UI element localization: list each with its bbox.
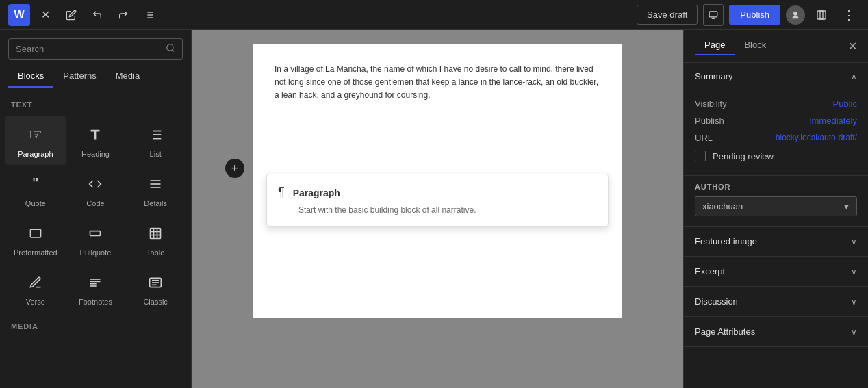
featured-image-title: Featured image: [695, 236, 757, 246]
block-tabs-row: Blocks Patterns Media: [0, 65, 191, 88]
toolbar-left: W ✕: [8, 4, 160, 26]
code-icon: [83, 172, 107, 196]
block-code[interactable]: Code: [66, 165, 126, 214]
verse-label: Verse: [26, 298, 45, 306]
excerpt-title: Excerpt: [695, 266, 725, 276]
editor-area: + In a village of La Mancha, the name of…: [192, 30, 683, 388]
edit-button[interactable]: [60, 4, 82, 26]
quote-icon: ": [23, 172, 48, 196]
summary-content: Visibility Public Publish Immediately UR…: [684, 90, 868, 175]
quote-label: Quote: [25, 199, 46, 207]
preview-button[interactable]: [703, 4, 724, 26]
summary-chevron-icon: ∧: [851, 72, 857, 81]
editor-canvas[interactable]: In a village of La Mancha, the name of w…: [253, 44, 622, 318]
tab-blocks[interactable]: Blocks: [8, 65, 53, 88]
block-table[interactable]: Table: [125, 214, 186, 263]
tab-patterns[interactable]: Patterns: [53, 65, 105, 88]
page-attributes-section[interactable]: Page Attributes ∨: [684, 317, 868, 347]
details-label: Details: [144, 199, 167, 207]
toolbar-right: Save draft Publish ⋮: [637, 4, 860, 26]
block-quote[interactable]: " Quote: [5, 165, 66, 214]
sidebar-tab-page[interactable]: Page: [695, 37, 735, 55]
discussion-section[interactable]: Discussion ∨: [684, 287, 868, 317]
verse-icon: [23, 270, 48, 295]
main-layout: Blocks Patterns Media TEXT ☞ Paragraph H…: [0, 30, 868, 388]
pending-review-row: Pending review: [695, 146, 857, 166]
paragraph-label: Paragraph: [18, 150, 53, 158]
block-inserter-description: Start with the basic building block of a…: [278, 205, 597, 215]
publish-label: Publish: [695, 116, 724, 126]
block-heading[interactable]: Heading: [66, 116, 126, 165]
url-value[interactable]: blocky.local/auto-draft/: [776, 133, 857, 142]
visibility-value[interactable]: Public: [833, 99, 857, 109]
page-attributes-title: Page Attributes: [695, 326, 755, 337]
author-section: AUTHOR xiaochuan ▼: [684, 176, 868, 227]
block-classic[interactable]: Classic: [125, 263, 186, 313]
block-paragraph[interactable]: ☞ Paragraph: [5, 116, 66, 165]
preformatted-icon: [23, 221, 48, 246]
block-preformatted[interactable]: Preformatted: [5, 214, 66, 263]
svg-rect-23: [30, 229, 40, 237]
undo-button[interactable]: [86, 4, 108, 26]
publish-value[interactable]: Immediately: [809, 116, 857, 126]
summary-title: Summary: [695, 71, 733, 81]
wp-logo[interactable]: W: [8, 4, 30, 26]
author-label: AUTHOR: [695, 183, 857, 191]
svg-point-9: [793, 11, 797, 15]
page-attributes-chevron-icon: ∨: [851, 327, 857, 337]
avatar-button[interactable]: [786, 5, 805, 25]
block-verse[interactable]: Verse: [5, 263, 66, 313]
publish-button[interactable]: Publish: [729, 5, 780, 25]
block-list[interactable]: List: [125, 116, 186, 165]
block-inserter-header: ¶ Paragraph: [278, 185, 597, 200]
text-blocks-grid: ☞ Paragraph Heading List ": [0, 113, 191, 315]
search-icon: [166, 43, 175, 55]
svg-rect-6: [710, 11, 718, 16]
search-input[interactable]: [16, 44, 160, 54]
block-footnotes[interactable]: Footnotes: [66, 263, 126, 313]
footnotes-label: Footnotes: [79, 298, 112, 306]
block-inserter-popup: ¶ Paragraph Start with the basic buildin…: [266, 174, 609, 227]
heading-icon: [83, 122, 107, 147]
more-options-button[interactable]: ⋮: [838, 4, 860, 26]
sidebar-close-button[interactable]: ✕: [848, 40, 857, 53]
sidebar-tab-block[interactable]: Block: [735, 37, 776, 55]
svg-rect-11: [820, 11, 823, 19]
close-button[interactable]: ✕: [34, 4, 56, 26]
preformatted-label: Preformatted: [14, 248, 58, 257]
svg-rect-10: [817, 11, 826, 19]
block-pullquote[interactable]: Pullquote: [66, 214, 126, 263]
summary-section: Summary ∧ Visibility Public Publish Imme…: [684, 63, 868, 176]
list-icon: [143, 122, 168, 147]
table-icon: [143, 221, 168, 246]
discussion-chevron-icon: ∨: [851, 297, 857, 307]
pending-review-checkbox[interactable]: [695, 151, 706, 161]
search-box: [8, 38, 183, 60]
svg-rect-25: [151, 229, 161, 239]
svg-line-13: [173, 50, 175, 52]
excerpt-section[interactable]: Excerpt ∨: [684, 257, 868, 287]
add-block-button[interactable]: +: [225, 159, 244, 178]
block-details[interactable]: Details: [125, 165, 186, 214]
pullquote-icon: [83, 221, 107, 246]
tab-media[interactable]: Media: [106, 65, 149, 88]
redo-button[interactable]: [112, 4, 134, 26]
toolbar: W ✕ Save draft Publish ⋮: [0, 0, 868, 30]
classic-icon: [143, 270, 168, 295]
visibility-label: Visibility: [695, 99, 727, 109]
list-view-button[interactable]: [138, 4, 160, 26]
editor-paragraph-text: In a village of La Mancha, the name of w…: [275, 63, 600, 103]
pullquote-label: Pullquote: [80, 248, 112, 257]
featured-image-section[interactable]: Featured image ∨: [684, 227, 868, 257]
url-row: URL blocky.local/auto-draft/: [695, 129, 857, 146]
paragraph-icon: ☞: [23, 122, 48, 147]
summary-section-header[interactable]: Summary ∧: [684, 63, 868, 90]
save-draft-button[interactable]: Save draft: [637, 5, 698, 25]
blocks-content: TEXT ☞ Paragraph Heading List: [0, 88, 191, 388]
details-icon: [143, 172, 168, 196]
author-select[interactable]: xiaochuan: [695, 196, 857, 216]
pending-review-label: Pending review: [713, 151, 774, 161]
visibility-row: Visibility Public: [695, 95, 857, 112]
view-mode-button[interactable]: [810, 4, 832, 26]
code-label: Code: [86, 199, 104, 207]
